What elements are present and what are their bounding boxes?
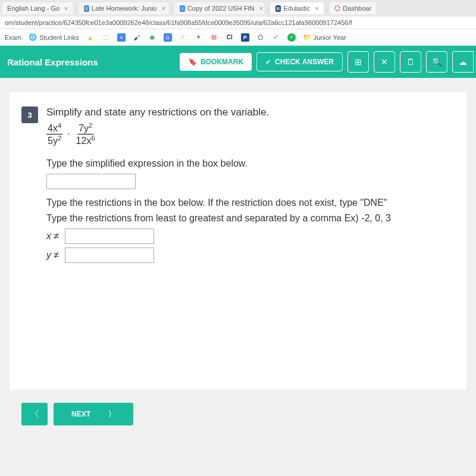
- cloud-icon: ☁: [459, 57, 467, 67]
- browser-tabs: English Lang - Go× | ≡ Late Homework: Ju…: [0, 0, 476, 17]
- grid-icon: ⊞: [355, 57, 362, 67]
- x-restriction-label: x ≠: [46, 231, 59, 242]
- grid-button[interactable]: ⊞: [347, 51, 369, 73]
- edulastic-favicon: E: [275, 5, 281, 12]
- simplified-expression-input[interactable]: [46, 174, 136, 189]
- notes-button[interactable]: 🗒: [400, 51, 421, 73]
- math-expression: 4x4 5y2 · 7y2 12x6: [46, 122, 455, 146]
- close-button[interactable]: ✕: [374, 51, 395, 73]
- question-panel: 3 Simplify and state any restrictions on…: [10, 92, 466, 390]
- close-icon[interactable]: ×: [161, 5, 165, 12]
- close-icon: ✕: [381, 57, 388, 67]
- ci-icon[interactable]: CI: [226, 33, 234, 42]
- edulastic-favicon: ≡: [180, 5, 185, 12]
- nav-buttons: 〈 NEXT 〉: [21, 403, 133, 425]
- p-icon[interactable]: P: [241, 33, 249, 42]
- next-button[interactable]: NEXT 〉: [54, 403, 133, 425]
- close-icon[interactable]: ×: [315, 5, 318, 12]
- tab-english[interactable]: English Lang - Go×: [2, 2, 73, 14]
- bookmark-icon: 🔖: [188, 58, 197, 66]
- google-icon[interactable]: G: [164, 33, 172, 42]
- app-header: Rational Expressions 🔖 BOOKMARK ✓ CHECK …: [0, 46, 476, 78]
- tab-edulastic[interactable]: E Edulastic×: [271, 2, 323, 14]
- bookmark-junior-year[interactable]: 📁 Junior Year: [303, 33, 346, 42]
- spotify-icon[interactable]: ≡: [287, 33, 296, 42]
- instruction-simplified: Type the simplified expression in the bo…: [46, 158, 455, 169]
- bookmarks-bar: Exam 🌐 Student Links ▲ ◌ ≡ 🖌 ◉ G ✓ ✦ ⊞ C…: [0, 29, 476, 46]
- bookmark-student-links[interactable]: 🌐 Student Links: [29, 33, 79, 42]
- question-prompt: Simplify and state any restrictions on t…: [46, 107, 455, 118]
- search-button[interactable]: 🔍: [426, 51, 447, 73]
- search-icon: 🔍: [432, 57, 442, 67]
- timer-icon[interactable]: Ō: [256, 33, 265, 42]
- check-icon: ✓: [265, 58, 271, 66]
- bookmark-exam[interactable]: Exam: [5, 34, 21, 41]
- brush-icon[interactable]: 🖌: [133, 33, 141, 42]
- chevron-left-icon: 〈: [30, 408, 39, 421]
- loading-icon[interactable]: ◌: [102, 33, 110, 42]
- folder-icon: 📁: [303, 33, 311, 42]
- y-restriction-label: y ≠: [46, 250, 59, 261]
- drive-icon[interactable]: ▲: [86, 33, 95, 42]
- x-restriction-input[interactable]: [65, 228, 154, 244]
- y-restriction-input[interactable]: [65, 248, 154, 263]
- check-icon[interactable]: ✓: [179, 33, 187, 42]
- notes-icon: 🗒: [406, 57, 415, 67]
- badge-icon[interactable]: ✦: [195, 33, 203, 42]
- prev-button[interactable]: 〈: [21, 403, 48, 425]
- bookmark-button[interactable]: 🔖 BOOKMARK: [180, 53, 252, 71]
- check-green-icon[interactable]: ✓: [272, 33, 280, 42]
- list-icon[interactable]: ≡: [117, 33, 126, 42]
- check-answer-button[interactable]: ✓ CHECK ANSWER: [256, 52, 343, 71]
- page-title: Rational Expressions: [7, 57, 175, 67]
- chevron-right-icon: 〉: [108, 409, 115, 419]
- question-number: 3: [21, 107, 38, 123]
- cloud-button[interactable]: ☁: [452, 51, 474, 73]
- tab-late-homework[interactable]: ≡ Late Homework: Junio×: [79, 2, 168, 14]
- instruction-restrictions-2: Type the restrictions from least to grea…: [46, 213, 455, 224]
- edulastic-favicon: ≡: [84, 5, 89, 12]
- circle-icon[interactable]: ◉: [148, 33, 156, 42]
- tab-ush[interactable]: ≡ Copy of 2022 USH FIN×: [175, 2, 264, 14]
- close-icon[interactable]: ×: [259, 5, 262, 12]
- grid-icon[interactable]: ⊞: [210, 33, 218, 42]
- canvas-favicon: [334, 5, 340, 11]
- question-body: Simplify and state any restrictions on t…: [46, 107, 455, 267]
- tab-dashboard[interactable]: Dashboar: [330, 2, 376, 14]
- globe-icon: 🌐: [29, 33, 37, 42]
- url-bar[interactable]: om/student/practice/624350fce01e3a000926…: [0, 17, 476, 29]
- instruction-restrictions-1: Type the restrictions in the box below. …: [46, 198, 455, 208]
- close-icon[interactable]: ×: [64, 5, 68, 12]
